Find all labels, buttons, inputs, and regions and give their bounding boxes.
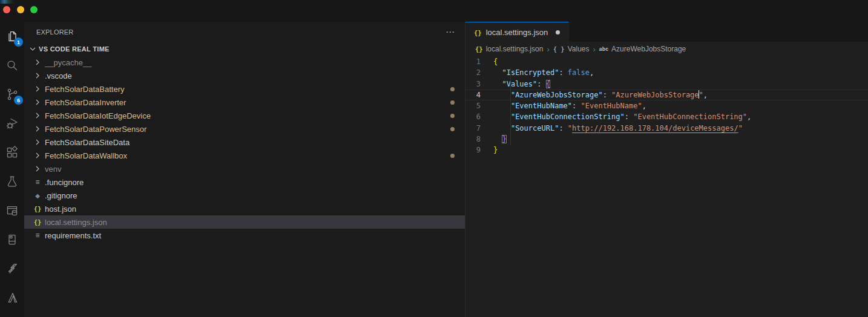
tree-item-label: requirements.txt xyxy=(45,231,101,240)
close-button[interactable] xyxy=(3,6,10,13)
line-number: 6 xyxy=(465,111,493,122)
sidebar-header: EXPLORER ⋯ xyxy=(24,22,465,42)
line-content: { xyxy=(493,56,498,67)
azure-functions-icon[interactable] xyxy=(0,254,24,283)
line-content: "IsEncrypted": false, xyxy=(493,67,594,78)
file-tree: __pycache__.vscodeFetchSolarDataBatteryF… xyxy=(24,56,465,242)
tree-root-vs-code-real-time[interactable]: VS CODE REAL TIME xyxy=(24,42,465,56)
line-content: "EventHubName": "EventHubName", xyxy=(493,100,646,111)
line-number: 1 xyxy=(465,56,493,67)
chevron-right-icon xyxy=(33,84,42,94)
tree-item-fetchsolardatapowersensor[interactable]: FetchSolarDataPowerSensor xyxy=(24,122,465,136)
code-editor[interactable]: 1{2 "IsEncrypted": false,3 "Values": {4 … xyxy=(465,56,868,156)
azure-icon[interactable] xyxy=(0,283,24,312)
chevron-right-icon: › xyxy=(547,45,549,54)
chevron-right-icon xyxy=(33,71,42,80)
explorer-icon[interactable]: 1 xyxy=(0,22,24,51)
indent-guide xyxy=(510,68,511,145)
tree-item-venv[interactable]: venv xyxy=(24,162,465,175)
explorer-sidebar: EXPLORER ⋯ VS CODE REAL TIME __pycache__… xyxy=(24,22,465,317)
line-content: "SourceURL": "http://192.168.178.104/dev… xyxy=(493,123,743,134)
azure-databases-icon[interactable] xyxy=(0,196,24,225)
remote-device-icon[interactable] xyxy=(0,225,24,254)
breadcrumb-item[interactable]: { }Values xyxy=(553,45,590,53)
code-lines: 1{2 "IsEncrypted": false,3 "Values": {4 … xyxy=(465,56,868,156)
tree-item-label: .vscode xyxy=(45,71,72,80)
activity-bar: 16 xyxy=(0,22,24,317)
tree-item--vscode[interactable]: .vscode xyxy=(24,69,465,82)
line-content: "EventHubConnectionString": "EventHubCon… xyxy=(493,111,751,122)
breadcrumb-label: local.settings.json xyxy=(486,45,544,53)
tree-item-label: FetchSolarDataBattery xyxy=(45,85,125,94)
tree-item-fetchsolardatawallbox[interactable]: FetchSolarDataWallbox xyxy=(24,149,465,162)
chevron-right-icon: › xyxy=(593,45,596,54)
explorer-badge: 1 xyxy=(14,38,23,47)
code-line-7[interactable]: 7 "SourceURL": "http://192.168.178.104/d… xyxy=(465,123,868,134)
code-line-8[interactable]: 8 } xyxy=(465,134,868,145)
tab-local-settings-json[interactable]: {} local.settings.json xyxy=(465,22,569,42)
zoom-button[interactable] xyxy=(30,6,38,13)
sidebar-title: EXPLORER xyxy=(36,28,74,36)
tree-item-fetchsolardatainverter[interactable]: FetchSolarDataInverter xyxy=(24,96,465,109)
tree-item-label: local.settings.json xyxy=(45,218,107,227)
chevron-right-icon xyxy=(33,164,42,174)
tab-bar: {} local.settings.json xyxy=(465,22,868,42)
run-debug-icon[interactable] xyxy=(0,109,24,138)
git-modified-dot xyxy=(450,87,455,91)
chevron-right-icon xyxy=(33,57,42,67)
window-controls xyxy=(3,6,38,13)
code-line-5[interactable]: 5 "EventHubName": "EventHubName", xyxy=(465,100,868,111)
code-line-4[interactable]: 4 "AzureWebJobsStorage": "AzureWebJobsSt… xyxy=(465,90,868,100)
code-line-6[interactable]: 6 "EventHubConnectionString": "EventHubC… xyxy=(465,111,868,122)
line-number: 7 xyxy=(465,123,493,134)
chevron-right-icon xyxy=(33,97,42,107)
tree-item--funcignore[interactable]: ≡.funcignore xyxy=(24,175,465,189)
tree-item--pycache-[interactable]: __pycache__ xyxy=(24,56,465,69)
breadcrumb-item[interactable]: abcAzureWebJobsStorage xyxy=(599,45,686,53)
text-file-icon: ≡ xyxy=(33,231,42,240)
json-file-icon: {} xyxy=(33,218,42,226)
json-file-icon: {} xyxy=(33,205,42,212)
tree-item-requirements-txt[interactable]: ≡requirements.txt xyxy=(24,229,465,242)
line-content: } xyxy=(493,134,507,145)
search-icon[interactable] xyxy=(0,51,24,80)
tree-item-fetchsolardatabattery[interactable]: FetchSolarDataBattery xyxy=(24,82,465,96)
tree-item-label: FetchSolarDataPowerSensor xyxy=(45,125,146,134)
source-control-icon[interactable]: 6 xyxy=(0,80,24,109)
git-modified-dot xyxy=(450,127,455,131)
tree-item-label: __pycache__ xyxy=(45,58,91,67)
code-line-1[interactable]: 1{ xyxy=(465,56,868,67)
tree-item-label: FetchSolarDataSiteData xyxy=(45,138,130,147)
root-folder-label: VS CODE REAL TIME xyxy=(39,45,110,53)
extensions-icon[interactable] xyxy=(0,138,24,167)
symbol-string-icon: abc xyxy=(599,46,608,52)
breadcrumb-item[interactable]: {}local.settings.json xyxy=(475,45,543,53)
line-number: 2 xyxy=(465,67,493,78)
code-line-9[interactable]: 9} xyxy=(465,145,868,155)
tree-item-fetchsolardataiotedgedevice[interactable]: FetchSolarDataIotEdgeDevice xyxy=(24,109,465,122)
line-number: 4 xyxy=(465,90,493,100)
breadcrumb-label: Values xyxy=(568,45,590,53)
breadcrumb: {}local.settings.json›{ }Values›abcAzure… xyxy=(465,42,868,56)
chevron-right-icon xyxy=(33,111,42,120)
chevron-right-icon xyxy=(33,151,42,160)
tree-item-label: venv xyxy=(45,165,61,174)
tree-item-local-settings-json[interactable]: {}local.settings.json xyxy=(24,215,465,229)
chevron-right-icon xyxy=(33,124,42,134)
tree-item-host-json[interactable]: {}host.json xyxy=(24,202,465,215)
code-line-3[interactable]: 3 "Values": { xyxy=(465,79,868,90)
unsaved-changes-dot[interactable] xyxy=(556,30,560,34)
git-modified-dot xyxy=(450,114,455,118)
testing-icon[interactable] xyxy=(0,167,24,196)
tree-item-label: FetchSolarDataInverter xyxy=(45,98,126,107)
more-actions-icon[interactable]: ⋯ xyxy=(446,29,455,35)
background-artifact xyxy=(0,0,15,4)
json-file-icon: {} xyxy=(475,45,483,53)
tree-item-label: FetchSolarDataIotEdgeDevice xyxy=(45,111,151,120)
tree-item--gitignore[interactable]: ◆.gitignore xyxy=(24,189,465,202)
tree-item-fetchsolardatasitedata[interactable]: FetchSolarDataSiteData xyxy=(24,136,465,149)
code-line-2[interactable]: 2 "IsEncrypted": false, xyxy=(465,67,868,78)
json-file-icon: {} xyxy=(474,29,482,36)
breadcrumb-label: AzureWebJobsStorage xyxy=(611,45,686,53)
minimize-button[interactable] xyxy=(17,6,24,13)
